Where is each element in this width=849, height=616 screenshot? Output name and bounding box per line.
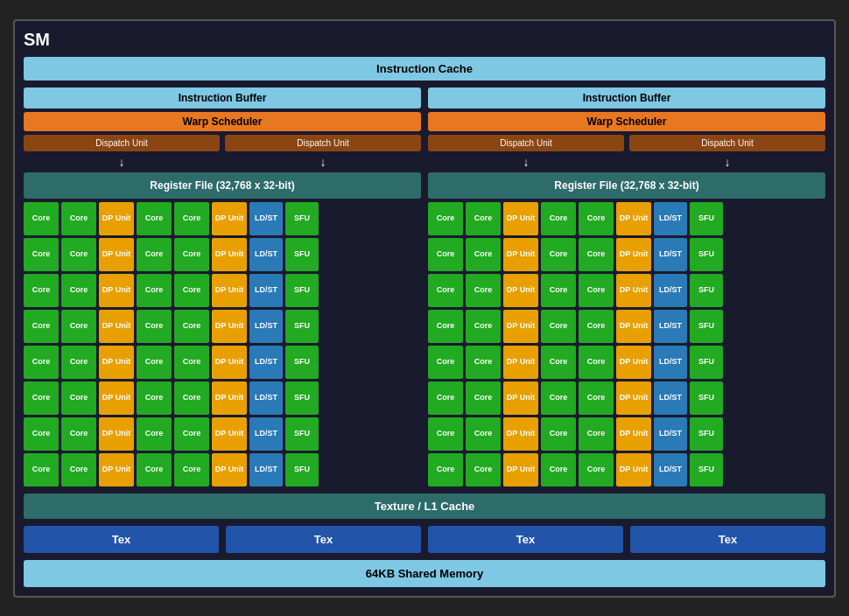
left-row-8: Core Core DP Unit Core Core DP Unit LD/S… bbox=[24, 453, 421, 486]
right-dispatch-unit-1: Dispatch Unit bbox=[428, 135, 624, 151]
core: Core bbox=[24, 453, 59, 486]
right-row-6: Core Core DP Unit Core Core DP Unit LD/S… bbox=[428, 382, 825, 415]
core: Core bbox=[428, 453, 463, 486]
core: Core bbox=[541, 202, 576, 235]
core: Core bbox=[137, 453, 172, 486]
ld-st: LD/ST bbox=[249, 238, 283, 271]
two-column-layout: Instruction Buffer Warp Scheduler Dispat… bbox=[24, 88, 825, 486]
core: Core bbox=[579, 238, 614, 271]
right-cores-grid: Core Core DP Unit Core Core DP Unit LD/S… bbox=[428, 202, 825, 486]
right-dispatch-unit-2: Dispatch Unit bbox=[629, 135, 825, 151]
right-instruction-buffer: Instruction Buffer bbox=[428, 88, 825, 108]
right-arrow-1: ↓ bbox=[428, 155, 624, 169]
sfu: SFU bbox=[285, 202, 319, 235]
sfu: SFU bbox=[690, 202, 723, 235]
dp-unit: DP Unit bbox=[503, 382, 538, 415]
core: Core bbox=[137, 238, 172, 271]
dp-unit: DP Unit bbox=[99, 346, 134, 379]
ld-st: LD/ST bbox=[654, 274, 687, 307]
sfu: SFU bbox=[690, 417, 723, 451]
tex-row: Tex Tex Tex Tex bbox=[24, 526, 825, 553]
core: Core bbox=[428, 310, 463, 343]
core: Core bbox=[466, 238, 501, 271]
dp-unit: DP Unit bbox=[616, 310, 651, 343]
shared-memory: 64KB Shared Memory bbox=[24, 560, 825, 587]
core: Core bbox=[61, 274, 96, 307]
core: Core bbox=[428, 346, 463, 379]
dp-unit: DP Unit bbox=[503, 238, 538, 271]
ld-st: LD/ST bbox=[249, 310, 283, 343]
core: Core bbox=[541, 274, 576, 307]
core: Core bbox=[61, 238, 96, 271]
left-arrow-2: ↓ bbox=[225, 155, 421, 169]
sfu: SFU bbox=[690, 453, 723, 486]
dp-unit: DP Unit bbox=[99, 274, 134, 307]
dp-unit: DP Unit bbox=[616, 382, 651, 415]
ld-st: LD/ST bbox=[249, 453, 283, 486]
core: Core bbox=[466, 346, 501, 379]
instruction-cache: Instruction Cache bbox=[24, 57, 825, 80]
sfu: SFU bbox=[285, 417, 319, 451]
ld-st: LD/ST bbox=[654, 382, 687, 415]
dp-unit: DP Unit bbox=[99, 453, 134, 486]
right-row-7: Core Core DP Unit Core Core DP Unit LD/S… bbox=[428, 417, 825, 451]
right-register-file: Register File (32,768 x 32-bit) bbox=[428, 172, 825, 199]
left-row-4: Core Core DP Unit Core Core DP Unit LD/S… bbox=[24, 310, 421, 343]
core: Core bbox=[466, 382, 501, 415]
core: Core bbox=[579, 202, 614, 235]
core: Core bbox=[541, 346, 576, 379]
core: Core bbox=[579, 310, 614, 343]
core: Core bbox=[61, 346, 96, 379]
core: Core bbox=[541, 417, 576, 451]
core: Core bbox=[61, 202, 96, 235]
dp-unit: DP Unit bbox=[99, 202, 134, 235]
right-row-5: Core Core DP Unit Core Core DP Unit LD/S… bbox=[428, 346, 825, 379]
core: Core bbox=[428, 382, 463, 415]
core: Core bbox=[24, 310, 59, 343]
core: Core bbox=[24, 238, 59, 271]
left-row-3: Core Core DP Unit Core Core DP Unit LD/S… bbox=[24, 274, 421, 307]
left-row-7: Core Core DP Unit Core Core DP Unit LD/S… bbox=[24, 417, 421, 451]
tex-unit-1: Tex bbox=[24, 526, 219, 553]
tex-unit-2: Tex bbox=[226, 526, 421, 553]
right-row-8: Core Core DP Unit Core Core DP Unit LD/S… bbox=[428, 453, 825, 486]
dp-unit: DP Unit bbox=[99, 238, 134, 271]
ld-st: LD/ST bbox=[654, 310, 687, 343]
left-row-2: Core Core DP Unit Core Core DP Unit LD/S… bbox=[24, 238, 421, 271]
ld-st: LD/ST bbox=[249, 382, 283, 415]
sm-container: SM Instruction Cache Instruction Buffer … bbox=[13, 19, 836, 598]
core: Core bbox=[61, 382, 96, 415]
dp-unit: DP Unit bbox=[212, 238, 247, 271]
right-row-2: Core Core DP Unit Core Core DP Unit LD/S… bbox=[428, 238, 825, 271]
sfu: SFU bbox=[690, 238, 723, 271]
dp-unit: DP Unit bbox=[503, 274, 538, 307]
dp-unit: DP Unit bbox=[212, 382, 247, 415]
sfu: SFU bbox=[285, 310, 319, 343]
right-dispatch-arrows: ↓ ↓ bbox=[428, 155, 825, 169]
core: Core bbox=[466, 202, 501, 235]
core: Core bbox=[24, 346, 59, 379]
dp-unit: DP Unit bbox=[616, 417, 651, 451]
sfu: SFU bbox=[690, 274, 723, 307]
dp-unit: DP Unit bbox=[616, 274, 651, 307]
right-row-1: Core Core DP Unit Core Core DP Unit LD/S… bbox=[428, 202, 825, 235]
core: Core bbox=[174, 453, 209, 486]
sfu: SFU bbox=[285, 346, 319, 379]
sfu: SFU bbox=[690, 310, 723, 343]
core: Core bbox=[174, 238, 209, 271]
core: Core bbox=[541, 382, 576, 415]
core: Core bbox=[137, 274, 172, 307]
left-row-6: Core Core DP Unit Core Core DP Unit LD/S… bbox=[24, 382, 421, 415]
core: Core bbox=[579, 417, 614, 451]
ld-st: LD/ST bbox=[249, 202, 283, 235]
left-arrow-1: ↓ bbox=[24, 155, 220, 169]
core: Core bbox=[579, 453, 614, 486]
left-warp-scheduler: Warp Scheduler bbox=[24, 112, 421, 131]
right-warp-scheduler: Warp Scheduler bbox=[428, 112, 825, 131]
right-half: Instruction Buffer Warp Scheduler Dispat… bbox=[428, 88, 825, 486]
ld-st: LD/ST bbox=[654, 238, 687, 271]
dp-unit: DP Unit bbox=[616, 346, 651, 379]
tex-unit-3: Tex bbox=[428, 526, 623, 553]
core: Core bbox=[428, 202, 463, 235]
sm-title: SM bbox=[24, 30, 825, 50]
